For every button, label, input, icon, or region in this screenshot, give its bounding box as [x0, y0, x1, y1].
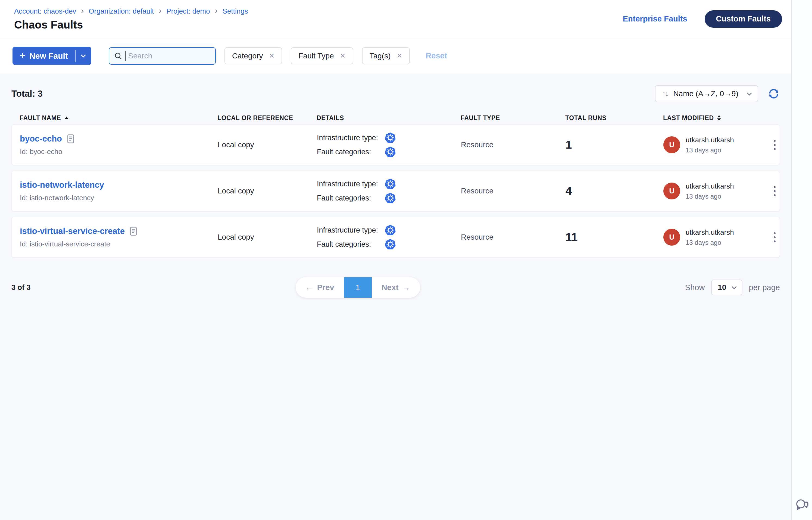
new-fault-dropdown-button[interactable]: [76, 47, 91, 65]
breadcrumb-account-link[interactable]: Account: chaos-dev: [14, 7, 76, 16]
copy-id-icon[interactable]: [67, 134, 74, 144]
fault-id: Id: byoc-echo: [20, 148, 218, 156]
page-count: 3 of 3: [11, 283, 31, 292]
local-or-reference-cell: Local copy: [218, 140, 317, 149]
column-header-label: LAST MODIFIED: [663, 114, 714, 122]
breadcrumb-settings-link[interactable]: Settings: [223, 7, 248, 16]
new-fault-label: New Fault: [29, 51, 68, 60]
table-row: istio-network-latency Id: istio-network-…: [11, 171, 780, 211]
close-icon[interactable]: ✕: [397, 52, 402, 60]
kubernetes-icon: [384, 146, 396, 158]
header-left: Account: chaos-dev › Organization: defau…: [14, 7, 248, 31]
close-icon[interactable]: ✕: [269, 52, 275, 60]
last-modified-cell: U utkarsh.utkarsh 13 days ago: [663, 136, 769, 154]
kubernetes-icon: [384, 224, 396, 236]
page-1-button[interactable]: 1: [344, 277, 372, 298]
fault-name-link[interactable]: byoc-echo: [20, 134, 62, 144]
breadcrumb-separator-icon: ›: [215, 6, 218, 15]
fault-name-link[interactable]: istio-virtual-service-create: [20, 226, 125, 236]
kubernetes-icon: [384, 238, 396, 250]
copy-id-icon[interactable]: [130, 226, 137, 236]
column-header-label: FAULT NAME: [20, 114, 61, 122]
fault-type-cell: Resource: [461, 140, 565, 149]
refresh-button[interactable]: [767, 87, 780, 100]
list-toolbar: Total: 3 ↑↓ Name (A→Z, 0→9): [11, 85, 780, 102]
page-size-value: 10: [718, 283, 726, 292]
filter-chip-category[interactable]: Category ✕: [225, 47, 282, 64]
sort-ascending-icon: [65, 116, 69, 119]
kubernetes-icon: [384, 192, 396, 204]
total-runs-cell: 4: [565, 184, 663, 198]
fault-id: Id: istio-virtual-service-create: [20, 240, 218, 248]
infrastructure-type-label: Infrastructure type:: [317, 226, 384, 234]
fault-name-link[interactable]: istio-network-latency: [20, 180, 104, 190]
avatar: U: [663, 183, 680, 200]
filter-chip-label: Category: [232, 52, 263, 60]
fault-type-cell: Resource: [461, 233, 565, 241]
close-icon[interactable]: ✕: [340, 52, 346, 60]
details-cell: Infrastructure type: Fault categories:: [317, 130, 461, 160]
row-menu-button[interactable]: [771, 137, 778, 153]
modified-at: 13 days ago: [686, 147, 734, 154]
row-menu-button[interactable]: [771, 230, 778, 245]
breadcrumb-organization-link[interactable]: Organization: default: [88, 7, 154, 16]
column-header-fault-type: FAULT TYPE: [461, 114, 565, 122]
avatar: U: [663, 136, 680, 153]
sort-dropdown[interactable]: ↑↓ Name (A→Z, 0→9): [655, 85, 758, 102]
faults-list: Total: 3 ↑↓ Name (A→Z, 0→9): [0, 85, 791, 298]
fault-categories-label: Fault categories:: [317, 148, 384, 156]
last-modified-cell: U utkarsh.utkarsh 13 days ago: [663, 182, 769, 200]
page-size-dropdown[interactable]: 10: [711, 280, 742, 295]
show-label: Show: [685, 283, 705, 292]
local-or-reference-cell: Local copy: [218, 233, 317, 241]
column-header-last-modified[interactable]: LAST MODIFIED: [663, 114, 769, 122]
prev-page-button[interactable]: ← Prev: [296, 277, 344, 298]
page-title: Chaos Faults: [14, 19, 248, 31]
breadcrumb-project-link[interactable]: Project: demo: [166, 7, 210, 16]
local-or-reference-cell: Local copy: [218, 187, 317, 196]
kubernetes-icon: [384, 178, 396, 190]
breadcrumb: Account: chaos-dev › Organization: defau…: [14, 7, 248, 16]
new-fault-button[interactable]: + New Fault: [12, 47, 75, 65]
text-cursor: [125, 51, 126, 61]
enterprise-faults-link[interactable]: Enterprise Faults: [623, 15, 687, 23]
table-row: byoc-echo Id: byoc-echo Local copy Infra…: [11, 125, 780, 165]
page-size-group: Show 10 per page: [685, 280, 780, 295]
right-rail: [791, 0, 812, 520]
column-header-label: LOCAL OR REFERENCE: [218, 114, 293, 122]
row-menu-button[interactable]: [771, 183, 778, 199]
kubernetes-icon: [384, 132, 396, 144]
total-runs-cell: 11: [565, 231, 663, 244]
fault-categories-label: Fault categories:: [317, 194, 384, 202]
chevron-down-icon: [81, 52, 86, 57]
fault-name-cell: istio-network-latency Id: istio-network-…: [20, 180, 218, 202]
plus-icon: +: [20, 50, 26, 60]
infrastructure-type-label: Infrastructure type:: [317, 134, 384, 142]
last-modified-cell: U utkarsh.utkarsh 13 days ago: [663, 228, 769, 246]
column-header-fault-name[interactable]: FAULT NAME: [20, 114, 218, 122]
custom-faults-button[interactable]: Custom Faults: [705, 10, 782, 28]
pager: ← Prev 1 Next →: [296, 277, 420, 298]
column-header-label: FAULT TYPE: [461, 114, 500, 122]
per-page-label: per page: [749, 283, 780, 292]
search-icon: [114, 52, 122, 60]
refresh-icon: [767, 87, 780, 100]
modified-by: utkarsh.utkarsh: [686, 136, 734, 144]
fault-type-cell: Resource: [461, 187, 565, 196]
search-input[interactable]: [128, 52, 210, 60]
fault-categories-label: Fault categories:: [317, 240, 384, 249]
avatar: U: [663, 229, 680, 245]
pager-wrap: ← Prev 1 Next →: [31, 277, 685, 298]
next-page-button[interactable]: Next →: [372, 277, 420, 298]
table-header-row: FAULT NAME LOCAL OR REFERENCE DETAILS FA…: [11, 111, 780, 125]
column-header-total-runs: TOTAL RUNS: [565, 114, 663, 122]
help-chat-icon[interactable]: [795, 498, 809, 513]
chevron-down-icon: [747, 90, 752, 95]
filter-chip-tags[interactable]: Tag(s) ✕: [362, 47, 410, 64]
fault-name-cell: istio-virtual-service-create Id: istio-v…: [20, 226, 218, 248]
chaos-faults-page: Account: chaos-dev › Organization: defau…: [0, 0, 812, 520]
filter-chip-fault-type[interactable]: Fault Type ✕: [291, 47, 353, 64]
header-right: Enterprise Faults Custom Faults: [623, 10, 782, 28]
chevron-down-icon: [732, 284, 736, 289]
reset-filters-button[interactable]: Reset: [426, 51, 447, 60]
